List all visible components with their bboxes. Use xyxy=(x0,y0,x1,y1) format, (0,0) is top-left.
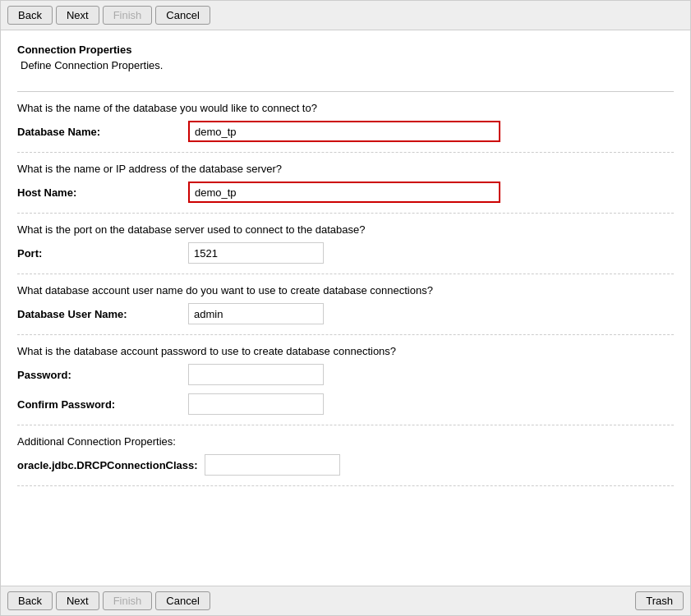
next-button-bottom[interactable]: Next xyxy=(56,591,99,610)
host-name-label: Host Name: xyxy=(17,186,182,199)
user-question: What database account user name do you w… xyxy=(17,284,674,297)
password-input[interactable] xyxy=(188,364,324,385)
trash-button[interactable]: Trash xyxy=(635,591,684,610)
password-section: What is the database account password to… xyxy=(17,345,674,425)
host-name-section: What is the name or IP address of the da… xyxy=(17,163,674,214)
db-name-row: Database Name: xyxy=(17,121,674,142)
port-row: Port: xyxy=(17,242,674,264)
finish-button-bottom[interactable]: Finish xyxy=(103,591,153,610)
bottom-toolbar: Back Next Finish Cancel Trash xyxy=(1,586,690,615)
pass-question: What is the database account password to… xyxy=(17,345,674,357)
confirm-password-input[interactable] xyxy=(188,393,324,415)
pass-label: Password: xyxy=(17,369,182,381)
db-question: What is the name of the database you wou… xyxy=(17,102,674,114)
confirm-pass-row: Confirm Password: xyxy=(17,393,674,415)
drcp-label: oracle.jdbc.DRCPConnectionClass: xyxy=(17,459,198,471)
host-name-row: Host Name: xyxy=(17,182,674,203)
cancel-button-bottom[interactable]: Cancel xyxy=(155,591,210,610)
drcp-input[interactable] xyxy=(205,454,340,476)
port-question: What is the port on the database server … xyxy=(17,223,674,236)
section-title: Connection Properties xyxy=(17,44,674,56)
pass-row: Password: xyxy=(17,364,674,385)
next-button-top[interactable]: Next xyxy=(56,6,99,25)
cancel-button-top[interactable]: Cancel xyxy=(155,6,210,25)
db-name-input[interactable] xyxy=(188,121,500,142)
port-label: Port: xyxy=(17,247,182,260)
host-question: What is the name or IP address of the da… xyxy=(17,163,674,175)
main-container: Back Next Finish Cancel Connection Prope… xyxy=(0,0,691,616)
user-label: Database User Name: xyxy=(17,308,182,320)
section-subtitle: Define Connection Properties. xyxy=(17,59,674,71)
back-button-bottom[interactable]: Back xyxy=(7,591,53,610)
port-section: What is the port on the database server … xyxy=(17,223,674,274)
db-name-section: What is the name of the database you wou… xyxy=(17,102,674,153)
top-toolbar: Back Next Finish Cancel xyxy=(1,1,690,30)
host-name-input[interactable] xyxy=(188,182,500,203)
finish-button-top[interactable]: Finish xyxy=(103,6,153,25)
confirm-pass-label: Confirm Password: xyxy=(17,398,182,411)
additional-section: Additional Connection Properties: oracle… xyxy=(17,435,674,486)
drcp-row: oracle.jdbc.DRCPConnectionClass: xyxy=(17,454,674,476)
content-area: Connection Properties Define Connection … xyxy=(1,30,690,586)
user-input[interactable] xyxy=(188,303,324,324)
additional-label: Additional Connection Properties: xyxy=(17,435,674,448)
port-input[interactable] xyxy=(188,242,324,264)
back-button-top[interactable]: Back xyxy=(7,6,53,25)
user-row: Database User Name: xyxy=(17,303,674,324)
user-section: What database account user name do you w… xyxy=(17,284,674,335)
bottom-toolbar-left: Back Next Finish Cancel xyxy=(7,591,210,610)
header-section: Connection Properties Define Connection … xyxy=(17,44,674,92)
db-name-label: Database Name: xyxy=(17,126,182,138)
